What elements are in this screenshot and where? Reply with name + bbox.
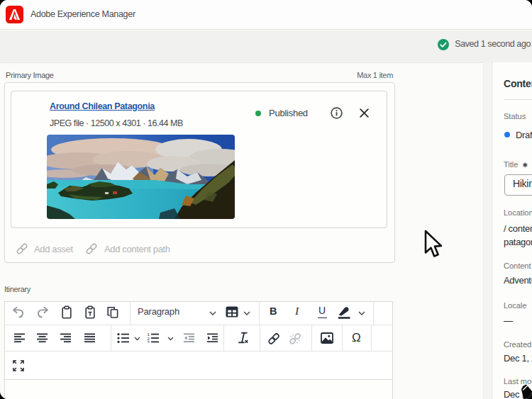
svg-text:3: 3 — [147, 340, 149, 343]
